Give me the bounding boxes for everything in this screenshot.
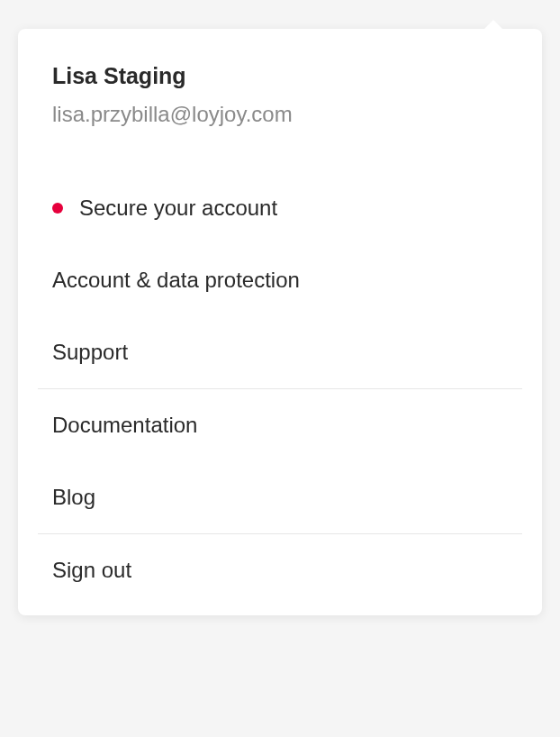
user-email: lisa.przybilla@loyjoy.com [52,102,508,127]
menu-item-label: Documentation [52,413,197,438]
user-info-header: Lisa Staging lisa.przybilla@loyjoy.com [18,29,542,136]
menu-item-label: Support [52,340,128,365]
menu-item-support[interactable]: Support [18,316,542,388]
menu-list-secondary: Documentation Blog [18,389,542,533]
menu-item-blog[interactable]: Blog [18,461,542,533]
menu-item-label: Account & data protection [52,268,300,293]
menu-item-documentation[interactable]: Documentation [18,389,542,461]
menu-item-account-protection[interactable]: Account & data protection [18,244,542,316]
menu-item-label: Secure your account [79,196,277,221]
menu-item-label: Sign out [52,558,131,583]
menu-item-sign-out[interactable]: Sign out [18,534,542,606]
user-dropdown-panel: Lisa Staging lisa.przybilla@loyjoy.com S… [18,29,542,615]
menu-item-secure-account[interactable]: Secure your account [18,172,542,244]
user-name: Lisa Staging [52,63,508,89]
menu-item-label: Blog [52,485,95,510]
alert-dot-icon [52,203,63,214]
menu-list: Secure your account Account & data prote… [18,172,542,388]
menu-list-footer: Sign out [18,534,542,606]
